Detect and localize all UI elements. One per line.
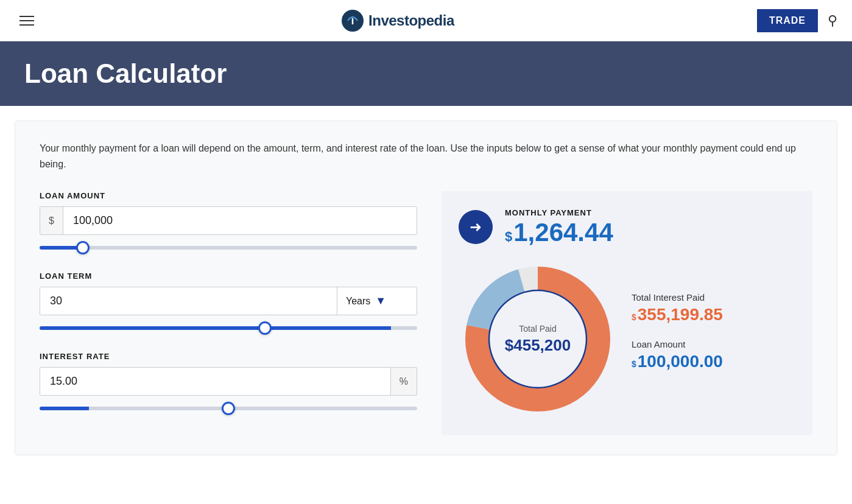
- chevron-down-icon: ▼: [375, 295, 386, 307]
- loan-term-group: LOAN TERM Years ▼: [40, 271, 417, 332]
- loan-term-label: LOAN TERM: [40, 271, 417, 281]
- interest-rate-slider-wrapper: [40, 402, 417, 413]
- principal-label: Loan Amount: [632, 339, 795, 349]
- logo[interactable]: i Investopedia: [342, 10, 454, 32]
- monthly-payment-label: MONTHLY PAYMENT: [505, 208, 613, 217]
- interest-amount: 355,199.85: [638, 305, 723, 324]
- monthly-currency: $: [505, 229, 512, 245]
- logo-text: Investopedia: [368, 12, 454, 29]
- page-title: Loan Calculator: [24, 58, 828, 89]
- monthly-payment-display: MONTHLY PAYMENT $ 1,264.44: [505, 208, 613, 245]
- calculator-body: LOAN AMOUNT $ LOAN TERM Years: [40, 191, 812, 435]
- results-section: ➜ MONTHLY PAYMENT $ 1,264.44: [442, 191, 812, 435]
- hamburger-menu-button[interactable]: [15, 11, 39, 30]
- donut-total-paid-label: Total Paid: [505, 324, 571, 334]
- principal-amount: 100,000.00: [638, 352, 723, 371]
- interest-value: $ 355,199.85: [632, 305, 795, 324]
- interest-currency: $: [632, 312, 636, 322]
- interest-rate-input-row: %: [40, 367, 417, 396]
- description: Your monthly payment for a loan will dep…: [40, 141, 812, 172]
- logo-icon: i: [342, 10, 364, 32]
- arrow-right-icon: ➜: [470, 219, 482, 236]
- interest-rate-field[interactable]: [40, 368, 390, 395]
- interest-rate-group: INTEREST RATE %: [40, 352, 417, 413]
- loan-amount-field[interactable]: [63, 207, 417, 234]
- loan-amount-input-row: $: [40, 206, 417, 235]
- chart-and-details: Total Paid $455,200 Total Interest Paid …: [459, 260, 795, 418]
- interest-rate-label: INTEREST RATE: [40, 352, 417, 361]
- principal-value: $ 100,000.00: [632, 352, 795, 371]
- loan-term-field[interactable]: [40, 287, 337, 315]
- loan-amount-group: LOAN AMOUNT $: [40, 191, 417, 252]
- loan-term-unit-select[interactable]: Years ▼: [337, 287, 417, 315]
- details-list: Total Interest Paid $ 355,199.85 Loan Am…: [632, 292, 795, 386]
- monthly-payment-value: $ 1,264.44: [505, 220, 613, 245]
- interest-detail: Total Interest Paid $ 355,199.85: [632, 292, 795, 324]
- loan-amount-slider[interactable]: [40, 246, 417, 250]
- loan-amount-slider-wrapper: [40, 241, 417, 252]
- header-right: TRADE ⚲: [757, 9, 837, 32]
- calculator-wrapper: Your monthly payment for a loan will dep…: [15, 121, 837, 455]
- interest-rate-slider[interactable]: [40, 407, 417, 410]
- header-left: [15, 11, 39, 30]
- loan-amount-label: LOAN AMOUNT: [40, 191, 417, 200]
- inputs-section: LOAN AMOUNT $ LOAN TERM Years: [40, 191, 417, 435]
- donut-center: Total Paid $455,200: [505, 324, 571, 355]
- monthly-amount: 1,264.44: [513, 220, 613, 245]
- principal-detail: Loan Amount $ 100,000.00: [632, 339, 795, 371]
- donut-total-paid-value: $455,200: [505, 336, 571, 355]
- loan-term-slider[interactable]: [40, 326, 417, 330]
- loan-term-unit-label: Years: [346, 296, 370, 307]
- results-top: ➜ MONTHLY PAYMENT $ 1,264.44: [459, 208, 795, 245]
- loan-term-input-row: Years ▼: [40, 287, 417, 315]
- principal-currency: $: [632, 359, 636, 369]
- arrow-circle: ➜: [459, 210, 493, 244]
- donut-chart: Total Paid $455,200: [459, 260, 617, 418]
- interest-label: Total Interest Paid: [632, 292, 795, 303]
- header: i Investopedia TRADE ⚲: [0, 0, 852, 41]
- trade-button[interactable]: TRADE: [757, 9, 818, 32]
- loan-term-slider-wrapper: [40, 321, 417, 332]
- search-icon[interactable]: ⚲: [828, 13, 837, 29]
- interest-rate-suffix: %: [390, 368, 417, 395]
- main-content: Your monthly payment for a loan will dep…: [0, 121, 852, 455]
- page-header: Loan Calculator: [0, 41, 852, 106]
- loan-amount-prefix: $: [40, 207, 63, 234]
